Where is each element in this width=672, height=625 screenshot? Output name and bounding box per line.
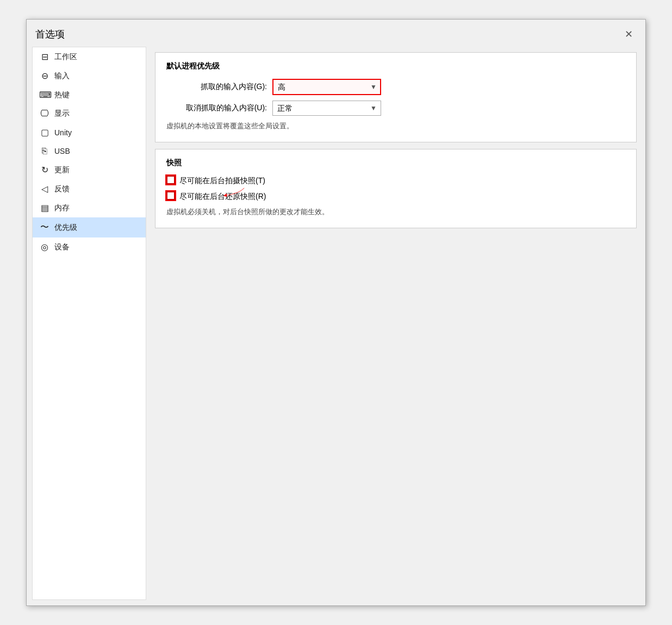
sidebar-label-memory: 内存 <box>54 203 70 213</box>
sidebar-label-unity: Unity <box>54 128 72 137</box>
capture-label: 抓取的输入内容(G): <box>166 82 267 92</box>
snapshot-option2-checkbox[interactable] <box>166 191 175 200</box>
update-icon: ↻ <box>39 165 50 175</box>
snapshot-option1-label[interactable]: 尽可能在后台拍摄快照(T) <box>179 176 265 186</box>
cancel-select-wrapper: 正常 高 低 ▼ <box>272 101 381 116</box>
sidebar-item-device[interactable]: ◎设备 <box>33 238 146 257</box>
sidebar-label-feedback: 反馈 <box>54 184 70 194</box>
sidebar-label-device: 设备 <box>54 242 70 252</box>
snapshot-section-title: 快照 <box>166 158 625 168</box>
sidebar-item-unity[interactable]: ▢Unity <box>33 123 146 142</box>
sidebar-label-input: 输入 <box>54 71 70 81</box>
sidebar-label-hotkey: 热键 <box>54 90 70 100</box>
sidebar-item-priority[interactable]: 〜优先级 <box>33 217 146 238</box>
close-button[interactable]: ✕ <box>620 26 637 42</box>
unity-icon: ▢ <box>39 127 50 138</box>
input-icon: ⊖ <box>39 71 50 81</box>
sidebar-label-workspace: 工作区 <box>54 52 77 62</box>
main-content: 默认进程优先级 抓取的输入内容(G): 高 正常 低 ▼ 取消抓取的输入内容(U… <box>146 47 645 605</box>
usb-icon: ⎘ <box>39 146 50 156</box>
snapshot-option1-checkbox-wrapper <box>166 176 175 186</box>
sidebar-item-workspace[interactable]: ⊟工作区 <box>33 47 146 66</box>
capture-row: 抓取的输入内容(G): 高 正常 低 ▼ <box>166 79 625 95</box>
snapshot-option1-checkbox[interactable] <box>166 176 175 184</box>
priority-section: 默认进程优先级 抓取的输入内容(G): 高 正常 低 ▼ 取消抓取的输入内容(U… <box>155 52 637 142</box>
sidebar-item-input[interactable]: ⊖输入 <box>33 66 146 85</box>
dialog-title: 首选项 <box>35 28 65 41</box>
cancel-select[interactable]: 正常 高 低 <box>272 101 381 116</box>
titlebar: 首选项 ✕ <box>27 20 645 47</box>
sidebar-item-display[interactable]: 🖵显示 <box>33 104 146 123</box>
snapshot-option2-checkbox-wrapper <box>166 191 175 202</box>
sidebar-label-usb: USB <box>54 147 70 155</box>
capture-select[interactable]: 高 正常 低 <box>272 79 381 95</box>
sidebar-item-update[interactable]: ↻更新 <box>33 160 146 179</box>
sidebar-item-feedback[interactable]: ◁反馈 <box>33 179 146 198</box>
capture-select-wrapper: 高 正常 低 ▼ <box>272 79 381 95</box>
sidebar-item-usb[interactable]: ⎘USB <box>33 142 146 160</box>
snapshot-section: 快照 尽可能在后台拍摄快照(T) 尽可能在后台还原快照(R) 虚拟机必须关机，对… <box>155 149 637 228</box>
hotkey-icon: ⌨ <box>39 90 50 100</box>
display-icon: 🖵 <box>39 109 50 118</box>
snapshot-note: 虚拟机必须关机，对后台快照所做的更改才能生效。 <box>166 207 625 217</box>
sidebar-label-display: 显示 <box>54 109 70 118</box>
device-icon: ◎ <box>39 242 50 252</box>
cancel-label: 取消抓取的输入内容(U): <box>166 103 267 113</box>
preferences-dialog: 首选项 ✕ ⊟工作区⊖输入⌨热键🖵显示▢Unity⎘USB↻更新◁反馈▤内存〜优… <box>26 19 646 606</box>
sidebar: ⊟工作区⊖输入⌨热键🖵显示▢Unity⎘USB↻更新◁反馈▤内存〜优先级◎设备 <box>32 47 146 600</box>
snapshot-option2-row: 尽可能在后台还原快照(R) <box>166 191 625 202</box>
cancel-row: 取消抓取的输入内容(U): 正常 高 低 ▼ <box>166 101 625 116</box>
memory-icon: ▤ <box>39 203 50 213</box>
sidebar-label-update: 更新 <box>54 165 70 175</box>
snapshot-option1-row: 尽可能在后台拍摄快照(T) <box>166 176 625 186</box>
feedback-icon: ◁ <box>39 184 50 194</box>
sidebar-item-hotkey[interactable]: ⌨热键 <box>33 85 146 104</box>
workspace-icon: ⊟ <box>39 52 50 62</box>
priority-note: 虚拟机的本地设置将覆盖这些全局设置。 <box>166 121 625 131</box>
sidebar-label-priority: 优先级 <box>54 223 77 233</box>
sidebar-item-memory[interactable]: ▤内存 <box>33 198 146 217</box>
snapshot-option2-label[interactable]: 尽可能在后台还原快照(R) <box>179 192 266 202</box>
priority-icon: 〜 <box>39 222 50 233</box>
priority-section-title: 默认进程优先级 <box>166 61 625 71</box>
dialog-body: ⊟工作区⊖输入⌨热键🖵显示▢Unity⎘USB↻更新◁反馈▤内存〜优先级◎设备 … <box>27 47 645 605</box>
